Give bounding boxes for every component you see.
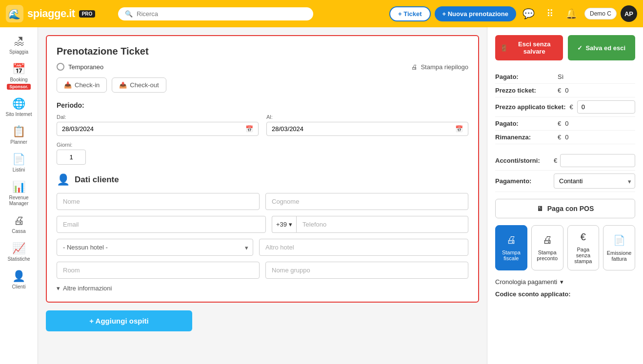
- dal-input[interactable]: [62, 125, 241, 133]
- giorni-label: Giorni:: [57, 142, 468, 148]
- stampa-riepilogo-label: Stampa riepilogo: [421, 63, 468, 71]
- exit-icon: 🚪: [500, 44, 508, 52]
- acconti-row: Acconti/storni: €: [495, 151, 635, 171]
- pos-label: Paga con POS: [547, 205, 594, 212]
- email-phone-row: +39 ▾: [57, 216, 468, 233]
- email-input[interactable]: [57, 216, 266, 233]
- salva-label: Salva ed esci: [585, 44, 625, 52]
- pagato-row: Pagato: Sì: [495, 70, 635, 84]
- pagato2-currency: €: [558, 120, 561, 127]
- grid-icon-button[interactable]: ⠿: [542, 5, 559, 22]
- checkin-row: 📥 Check-in 📤 Check-out: [57, 77, 468, 93]
- checkout-icon: 📤: [119, 81, 127, 89]
- sidebar-item-revenue[interactable]: 📊 Revenue Manager: [0, 177, 38, 211]
- stampa-preconto-button[interactable]: 🖨 Stampa preconto: [531, 225, 563, 270]
- hotel-select[interactable]: - Nessun hotel -: [57, 239, 253, 256]
- bell-icon-button[interactable]: 🔔: [563, 5, 581, 22]
- sidebar-item-listini[interactable]: 📄 Listini: [0, 149, 38, 177]
- esci-button[interactable]: 🚪 Esci senza salvare: [495, 35, 563, 60]
- sidebar-item-spiaggia[interactable]: 🏖 Spiaggia: [0, 31, 38, 59]
- paga-senza-stampa-button[interactable]: € Paga senza stampa: [567, 225, 600, 270]
- chevron-down-icon: ▾: [289, 221, 292, 228]
- esci-label: Esci senza salvare: [511, 40, 558, 55]
- nome-input[interactable]: [57, 193, 260, 210]
- checkin-button[interactable]: 📥 Check-in: [57, 77, 107, 93]
- chat-icon-button[interactable]: 💬: [520, 5, 538, 22]
- logo-area: 🌊 spiagge.it PRO: [6, 5, 113, 22]
- emissione-fattura-button[interactable]: 📄 Emissione fattura: [603, 225, 635, 270]
- search-input[interactable]: [137, 10, 306, 18]
- chevron-down-icon: ▾: [57, 285, 60, 292]
- stampa-preconto-label: Stampa preconto: [535, 249, 560, 261]
- pagamento-select-wrap: Contanti Carta di credito Bonifico POS ▾: [554, 173, 635, 189]
- stampa-fiscale-label: Stampa fiscale: [499, 249, 524, 261]
- phone-wrap: +39 ▾: [272, 216, 468, 233]
- ticket-button[interactable]: + Ticket: [389, 6, 431, 21]
- form-area: Prenotazione Ticket Temporaneo 🖨 Stampa …: [38, 27, 487, 364]
- planner-icon: 📋: [12, 125, 25, 138]
- bottom-actions: 🖨 Stampa fiscale 🖨 Stampa preconto € Pag…: [495, 225, 635, 270]
- clienti-icon: 👤: [12, 270, 25, 283]
- checkout-label: Check-out: [130, 81, 159, 89]
- paga-pos-button[interactable]: 🖥 Paga con POS: [495, 199, 635, 218]
- stampa-fiscale-button[interactable]: 🖨 Stampa fiscale: [495, 225, 527, 270]
- country-code-value: +39: [276, 221, 287, 228]
- action-btns: 🚪 Esci senza salvare ✓ Salva ed esci: [495, 35, 635, 60]
- sidebar-label-revenue: Revenue Manager: [2, 195, 36, 207]
- sidebar-label-booking: Booking: [10, 77, 27, 83]
- sidebar-item-sito[interactable]: 🌐 Sito Internet: [0, 94, 38, 121]
- room-input[interactable]: [57, 262, 260, 279]
- period-section: Periodo: Dal: 📅 Al: 📅: [57, 101, 468, 165]
- sidebar-item-clienti[interactable]: 👤 Clienti: [0, 266, 38, 294]
- avatar[interactable]: AP: [621, 5, 637, 22]
- al-label: Al:: [266, 114, 468, 120]
- cognome-input[interactable]: [265, 193, 468, 210]
- giorni-input[interactable]: [57, 150, 86, 165]
- sidebar-label-sito: Sito Internet: [6, 112, 32, 117]
- sponsor-badge: Sponsor.: [7, 84, 31, 90]
- sidebar-item-booking[interactable]: 📅 Booking Sponsor.: [0, 59, 38, 94]
- dal-calendar-icon[interactable]: 📅: [245, 125, 253, 133]
- euro-icon: €: [581, 231, 586, 243]
- sidebar-label-clienti: Clienti: [12, 284, 26, 290]
- rimanenza-label: Rimanenza:: [495, 134, 554, 141]
- telefono-input[interactable]: [296, 216, 468, 233]
- giorni-wrap: Giorni:: [57, 142, 468, 165]
- person-icon: 👤: [57, 173, 70, 186]
- pagamento-select[interactable]: Contanti Carta di credito Bonifico POS: [554, 173, 635, 189]
- pos-icon: 🖥: [537, 205, 543, 212]
- listini-icon: 📄: [12, 153, 25, 166]
- sidebar-item-cassa[interactable]: 🖨 Cassa: [0, 211, 38, 238]
- sito-icon: 🌐: [12, 97, 25, 110]
- prezzo-ticket-row: Prezzo ticket: € 0: [495, 84, 635, 97]
- temporaneo-radio[interactable]: [57, 63, 64, 71]
- sidebar-item-statistiche[interactable]: 📈 Statistiche: [0, 238, 38, 266]
- stampa-riepilogo-button[interactable]: 🖨 Stampa riepilogo: [411, 63, 468, 71]
- altro-hotel-input[interactable]: [259, 239, 468, 256]
- salva-button[interactable]: ✓ Salva ed esci: [568, 35, 636, 60]
- prezzo-applicato-input[interactable]: [582, 103, 616, 111]
- altre-informazioni-toggle[interactable]: ▾ Altre informazioni: [57, 285, 468, 292]
- sidebar-label-planner: Planner: [10, 139, 27, 145]
- logo-icon: 🌊: [6, 5, 23, 22]
- acconti-input-wrap: [560, 154, 635, 167]
- al-input[interactable]: [272, 125, 451, 133]
- country-code-select[interactable]: +39 ▾: [272, 216, 296, 233]
- al-calendar-icon[interactable]: 📅: [455, 125, 463, 133]
- acconti-input[interactable]: [564, 157, 631, 164]
- pagato2-label: Pagato:: [495, 120, 554, 127]
- prezzo-ticket-label: Prezzo ticket:: [495, 87, 554, 94]
- nuova-prenotazione-button[interactable]: + Nuova prenotazione: [435, 6, 516, 21]
- nome-gruppo-input[interactable]: [265, 262, 468, 279]
- temporaneo-label[interactable]: Temporaneo: [57, 63, 103, 71]
- statistiche-icon: 📈: [12, 242, 25, 255]
- cronologia-toggle[interactable]: Cronologia pagamenti ▾: [495, 278, 635, 286]
- aggiungi-ospiti-button[interactable]: + Aggiungi ospiti: [46, 310, 192, 331]
- demo-label[interactable]: Demo C: [584, 8, 617, 19]
- cronologia-label: Cronologia pagamenti: [495, 278, 557, 286]
- info-grid: Pagato: Sì Prezzo ticket: € 0 Prezzo app…: [495, 70, 635, 144]
- checkout-button[interactable]: 📤 Check-out: [112, 77, 166, 93]
- pro-badge: PRO: [79, 10, 96, 18]
- sidebar-item-planner[interactable]: 📋 Planner: [0, 121, 38, 149]
- search-bar[interactable]: 🔍: [118, 7, 313, 20]
